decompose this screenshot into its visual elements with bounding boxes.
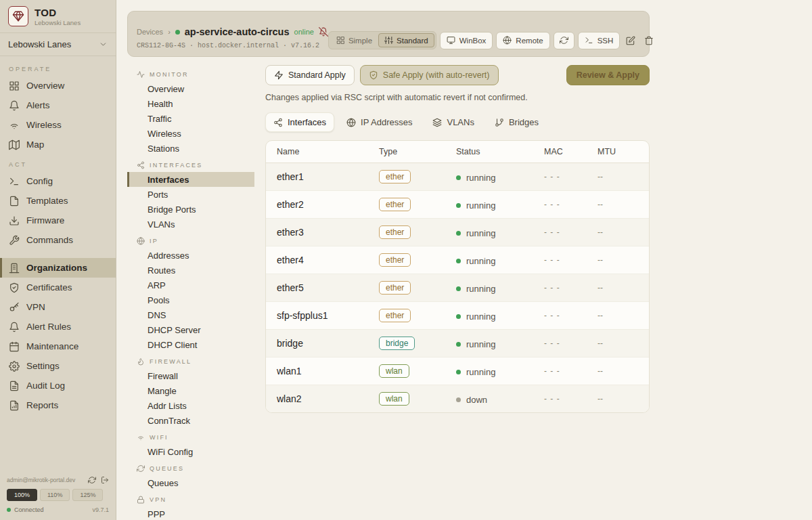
sidebar-item-overview[interactable]: Overview bbox=[0, 76, 116, 95]
standard-apply-button[interactable]: Standard Apply bbox=[265, 65, 355, 85]
view-mode-standard[interactable]: Standard bbox=[378, 33, 434, 47]
sidebar-item-firmware[interactable]: Firmware bbox=[0, 211, 116, 230]
device-nav-item-wifi-config[interactable]: WiFi Config bbox=[127, 444, 254, 459]
org-selector[interactable]: Lebowski Lanes bbox=[0, 33, 116, 56]
sidebar-item-settings[interactable]: Settings bbox=[0, 356, 116, 376]
org-selector-label: Lebowski Lanes bbox=[8, 39, 71, 49]
logout-button[interactable] bbox=[101, 476, 109, 484]
interface-type-badge: wlan bbox=[379, 392, 409, 406]
sidebar-item-certificates[interactable]: Certificates bbox=[0, 278, 116, 297]
chevron-down-icon bbox=[99, 40, 108, 49]
device-nav-item-addr-lists[interactable]: Addr Lists bbox=[127, 398, 254, 413]
tab-bridges[interactable]: Bridges bbox=[487, 112, 547, 132]
column-header-status[interactable]: Status bbox=[456, 141, 544, 163]
zoom-level-100[interactable]: 100% bbox=[7, 489, 37, 501]
app-header: TOD Lebowski Lanes bbox=[0, 0, 116, 33]
device-nav-item-traffic[interactable]: Traffic bbox=[127, 111, 254, 126]
interface-row-sfp-sfpplus1[interactable]: sfp-sfpplus1etherrunning- - --- bbox=[266, 302, 649, 330]
refresh-icon bbox=[88, 476, 96, 484]
apply-toolbar: Standard Apply Safe Apply (with auto-rev… bbox=[265, 65, 650, 85]
breadcrumb-separator: › bbox=[168, 28, 171, 36]
breadcrumb-devices-link[interactable]: Devices bbox=[137, 28, 163, 36]
device-nav-item-queues[interactable]: Queues bbox=[127, 475, 254, 490]
view-mode-simple[interactable]: Simple bbox=[330, 33, 378, 47]
interface-name: wlan1 bbox=[266, 358, 379, 385]
sidebar-item-maintenance[interactable]: Maintenance bbox=[0, 337, 116, 356]
zoom-level-110[interactable]: 110% bbox=[40, 489, 70, 501]
winbox-button[interactable]: WinBox bbox=[440, 32, 493, 49]
sidebar-item-label: Certificates bbox=[26, 282, 72, 292]
interface-row-ether5[interactable]: ether5etherrunning- - --- bbox=[266, 274, 649, 302]
device-nav-item-vlans[interactable]: VLANs bbox=[127, 217, 254, 232]
interface-row-wlan1[interactable]: wlan1wlanrunning- - --- bbox=[266, 358, 649, 385]
sidebar-item-alerts[interactable]: Alerts bbox=[0, 95, 116, 115]
remote-button[interactable]: Remote bbox=[496, 32, 549, 49]
device-nav-item-routes[interactable]: Routes bbox=[127, 263, 254, 278]
zoom-level-125[interactable]: 125% bbox=[72, 489, 103, 501]
sidebar-item-label: Settings bbox=[26, 361, 60, 371]
edit-device-button[interactable] bbox=[623, 33, 638, 48]
review-apply-button[interactable]: Review & Apply bbox=[566, 65, 650, 85]
bell-icon bbox=[9, 322, 20, 332]
device-nav-item-firewall[interactable]: Firewall bbox=[127, 368, 254, 383]
safe-apply-button[interactable]: Safe Apply (with auto-revert) bbox=[360, 65, 499, 85]
share-icon bbox=[273, 118, 283, 127]
session-refresh-button[interactable] bbox=[88, 476, 96, 484]
device-nav-item-ports[interactable]: Ports bbox=[127, 187, 254, 202]
device-nav-item-dhcp-server[interactable]: DHCP Server bbox=[127, 322, 254, 337]
device-nav-section-firewall: FIREWALL bbox=[127, 352, 254, 368]
column-header-mtu[interactable]: MTU bbox=[597, 141, 649, 163]
device-nav-item-stations[interactable]: Stations bbox=[127, 141, 254, 156]
shield-icon bbox=[9, 282, 20, 293]
delete-device-button[interactable] bbox=[641, 33, 656, 48]
refresh-button[interactable] bbox=[554, 32, 574, 49]
tab-vlans[interactable]: VLANs bbox=[424, 112, 482, 132]
sidebar-item-wireless[interactable]: Wireless bbox=[0, 115, 116, 135]
device-nav-item-addresses[interactable]: Addresses bbox=[127, 248, 254, 263]
interface-row-wlan2[interactable]: wlan2wlandown- - --- bbox=[266, 385, 649, 413]
interface-row-bridge[interactable]: bridgebridgerunning- - --- bbox=[266, 330, 649, 358]
device-nav-item-dns[interactable]: DNS bbox=[127, 307, 254, 322]
sidebar-item-organizations[interactable]: Organizations bbox=[0, 258, 116, 278]
sidebar-item-audit-log[interactable]: Audit Log bbox=[0, 376, 116, 395]
interface-row-ether4[interactable]: ether4etherrunning- - --- bbox=[266, 246, 649, 274]
device-nav-item-conntrack[interactable]: ConnTrack bbox=[127, 413, 254, 428]
interface-mac: - - - bbox=[544, 302, 597, 330]
sidebar-item-map[interactable]: Map bbox=[0, 135, 116, 154]
sidebar-item-vpn[interactable]: VPN bbox=[0, 297, 116, 317]
tab-ip-addresses[interactable]: IP Addresses bbox=[338, 112, 420, 132]
bell-off-icon[interactable] bbox=[319, 27, 328, 37]
device-nav-item-arp[interactable]: ARP bbox=[127, 278, 254, 292]
column-header-mac[interactable]: MAC bbox=[544, 141, 597, 163]
device-nav-item-pools[interactable]: Pools bbox=[127, 292, 254, 307]
sidebar-item-label: Templates bbox=[26, 196, 68, 206]
device-nav-item-dhcp-client[interactable]: DHCP Client bbox=[127, 337, 254, 352]
status-dot bbox=[456, 231, 461, 236]
column-header-name[interactable]: Name bbox=[266, 141, 379, 163]
sidebar-item-config[interactable]: Config bbox=[0, 171, 116, 191]
interface-type-badge: ether bbox=[379, 309, 411, 322]
interface-row-ether1[interactable]: ether1etherrunning- - --- bbox=[266, 163, 649, 191]
ssh-button[interactable]: SSH bbox=[578, 32, 621, 49]
sidebar-item-alert-rules[interactable]: Alert Rules bbox=[0, 317, 116, 337]
tab-interfaces[interactable]: Interfaces bbox=[265, 112, 334, 132]
device-nav-item-wireless[interactable]: Wireless bbox=[127, 126, 254, 141]
sidebar-item-templates[interactable]: Templates bbox=[0, 191, 116, 211]
sidebar-item-reports[interactable]: Reports bbox=[0, 395, 116, 415]
device-nav-item-mangle[interactable]: Mangle bbox=[127, 383, 254, 398]
device-nav-item-health[interactable]: Health bbox=[127, 96, 254, 111]
column-header-type[interactable]: Type bbox=[379, 141, 456, 163]
interface-row-ether3[interactable]: ether3etherrunning- - --- bbox=[266, 219, 649, 246]
share-icon bbox=[137, 161, 145, 169]
device-online-dot bbox=[175, 30, 180, 35]
interface-row-ether2[interactable]: ether2etherrunning- - --- bbox=[266, 191, 649, 219]
grid-icon bbox=[336, 36, 345, 45]
app-logo[interactable] bbox=[8, 6, 28, 26]
sidebar-item-commands[interactable]: Commands bbox=[0, 230, 116, 250]
interface-status: running bbox=[456, 339, 495, 349]
device-nav-item-ppp[interactable]: PPP bbox=[127, 506, 254, 520]
device-nav-item-interfaces[interactable]: Interfaces bbox=[127, 172, 254, 187]
device-nav-item-bridge-ports[interactable]: Bridge Ports bbox=[127, 202, 254, 217]
interface-name: sfp-sfpplus1 bbox=[266, 302, 379, 330]
device-nav-item-overview[interactable]: Overview bbox=[127, 81, 254, 96]
